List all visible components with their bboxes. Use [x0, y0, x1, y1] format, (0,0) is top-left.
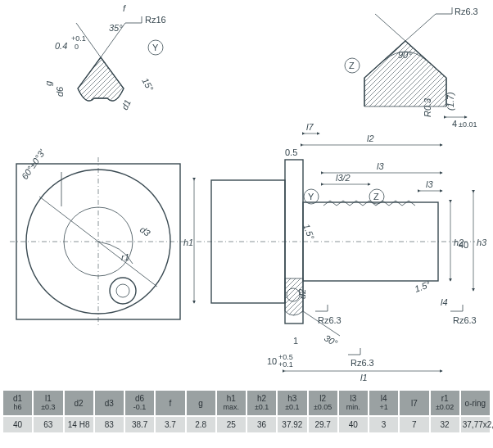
col-value: 25 — [217, 417, 246, 432]
col-header: o-ring — [461, 391, 490, 415]
col-value: 7 — [400, 417, 428, 432]
col-value: 38.7 — [125, 417, 154, 432]
rz63-label: Rz6.3 — [455, 7, 478, 16]
col-header: l4+1 — [369, 391, 398, 415]
col-header: d2 — [65, 391, 93, 415]
col-value: 14 H8 — [65, 417, 93, 432]
l7: l7 — [306, 122, 314, 132]
forty: 40 — [459, 240, 468, 250]
h3: h3 — [477, 238, 487, 247]
angle-35: 35° — [109, 23, 123, 33]
col-value: 2.8 — [187, 417, 215, 432]
col-value: 83 — [95, 417, 124, 432]
col-value: 63 — [34, 417, 62, 432]
front-view: 60°±0°3' d3 r1 — [10, 147, 187, 326]
col-value: 37,77x2,62 — [461, 417, 490, 432]
l2: l2 — [367, 133, 374, 143]
spec-table: d1h6l1±0.3d2d3d6-0.1fgh1max.h2±0.1h3±0.1… — [2, 389, 491, 434]
tol-04: 0.4 — [55, 41, 67, 51]
h1: h1 — [183, 238, 193, 247]
col-header: l3min. — [339, 391, 368, 415]
angle-15: 15° — [140, 76, 156, 93]
detail-y: Rz16 35° 15° Y 0.4 +0.1 0 f g d6 d1 — [43, 3, 166, 111]
d6-label: d6 — [55, 86, 65, 97]
col-header: h3±0.1 — [278, 391, 306, 415]
col-header: l1±0.3 — [34, 391, 62, 415]
detail-y-label: Y — [152, 43, 159, 52]
col-value: 36 — [247, 417, 276, 432]
r1-label: r1 — [121, 252, 129, 262]
col-header: l7 — [400, 391, 428, 415]
pitch4: 4 — [452, 119, 457, 129]
l3b: l3 — [426, 179, 433, 189]
col-header: l2±0.05 — [309, 391, 337, 415]
one: 1 — [293, 336, 298, 346]
col-header: r1±0.02 — [431, 391, 459, 415]
d3-label: d3 — [138, 224, 153, 238]
tol-plus: +0.1 — [71, 34, 86, 43]
l3half: l3/2 — [336, 173, 351, 183]
side-z: Z — [373, 192, 379, 201]
h17: (1.7) — [446, 92, 455, 111]
d2: d2 — [297, 289, 307, 299]
rz-b: Rz6.3 — [351, 358, 374, 368]
technical-drawing: Rz16 35° 15° Y 0.4 +0.1 0 f g d6 d1 Rz6.… — [0, 0, 493, 385]
rz16-label: Rz16 — [145, 15, 166, 25]
ang30: 30° — [323, 333, 340, 348]
svg-line-3 — [375, 14, 405, 41]
d1-label: d1 — [120, 98, 133, 111]
side-y: Y — [308, 192, 314, 201]
r03: R0.3 — [423, 97, 432, 117]
svg-point-15 — [116, 284, 129, 297]
col-value: 3 — [369, 417, 398, 432]
side-view: Y Z l2 l7 l3 l3/2 0.5 l3 h2 h3 40 1.5° l… — [183, 122, 487, 382]
col-header: f — [156, 391, 184, 415]
l4: l4 — [441, 297, 448, 307]
f-label: f — [123, 3, 126, 13]
g-label: g — [43, 80, 53, 86]
col-value: 3.7 — [156, 417, 184, 432]
col-header: g — [187, 391, 215, 415]
tol-zero: 0 — [75, 43, 79, 51]
deg15b: 1.5° — [301, 223, 316, 242]
tenm: +0.1 — [278, 360, 293, 369]
ten: 10 — [267, 356, 277, 366]
detail-z-label: Z — [349, 61, 355, 70]
l1: l1 — [360, 373, 368, 382]
col-header: h2±0.1 — [247, 391, 276, 415]
col-header: d6-0.1 — [125, 391, 154, 415]
col-header: d1h6 — [3, 391, 32, 415]
angle-90: 90° — [398, 50, 412, 60]
col-value: 32 — [431, 417, 459, 432]
col-value: 37.92 — [278, 417, 306, 432]
col-header: h1max. — [217, 391, 246, 415]
col-header: d3 — [95, 391, 124, 415]
lead05: 0.5 — [285, 147, 297, 157]
l3: l3 — [377, 161, 384, 171]
col-value: 29.7 — [309, 417, 337, 432]
pitch-tol: ±0.01 — [459, 120, 477, 129]
col-value: 40 — [3, 417, 32, 432]
svg-line-4 — [405, 14, 436, 41]
svg-point-14 — [110, 278, 136, 304]
col-value: 40 — [339, 417, 368, 432]
detail-z: Rz6.3 Z 90° R0.3 (1.7) 4 ±0.01 — [345, 7, 478, 129]
rz-r: Rz6.3 — [453, 315, 477, 325]
